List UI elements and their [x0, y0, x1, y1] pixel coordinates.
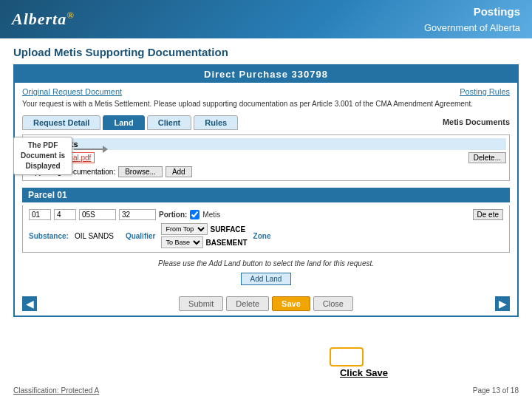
parcel-val4-input[interactable]: [119, 209, 156, 220]
prev-arrow[interactable]: ◀: [22, 296, 37, 311]
header-title: Postings Government of Alberta: [424, 4, 520, 35]
metis-badge: Metis: [202, 211, 220, 219]
footer: Classification: Protected A Page 13 of 1…: [13, 386, 519, 395]
tab-land[interactable]: Land: [103, 115, 144, 130]
original-request-link[interactable]: Original Request Document: [22, 87, 122, 96]
tab-rules[interactable]: Rules: [194, 115, 238, 130]
substance-label: Substance:: [29, 232, 69, 240]
save-highlight: [330, 347, 364, 366]
links-row: Original Request Document Posting Rules: [22, 87, 510, 96]
action-buttons: Submit Delete Save Close: [179, 296, 353, 311]
zone-label: Zone: [253, 232, 271, 240]
callout-arrow: [74, 149, 103, 150]
header-title-line1: Postings: [424, 4, 520, 21]
basement-value: BASEMENT: [205, 239, 247, 247]
parcel-content: Portion: Metis De ete Substance: OIL SAN…: [22, 205, 510, 253]
page-info: Page 13 of 18: [473, 386, 519, 395]
info-text: Your request is with a Metis Settlement.…: [22, 99, 510, 109]
tabs-row: Request Detail Land Client Rules Metis D…: [22, 115, 510, 130]
surface-value: SURFACE: [210, 225, 245, 233]
zone-rows: From Top SURFACE To Base BASEMENT: [161, 223, 247, 248]
click-save-text: Click: [340, 367, 366, 378]
header: Alberta® Postings Government of Alberta: [0, 0, 532, 38]
from-top-select[interactable]: From Top: [161, 223, 208, 235]
delete-attachment-button[interactable]: Delete...: [468, 152, 506, 163]
add-button[interactable]: Add: [166, 166, 192, 177]
parcel-header: Parcel 01: [22, 188, 510, 202]
direct-purchase-box: Direct Purchase 330798 Original Request …: [13, 64, 519, 317]
add-land-note: Please use the Add Land button to select…: [22, 259, 510, 267]
save-button[interactable]: Save: [272, 296, 310, 311]
parcel-row1: Portion: Metis De ete: [29, 209, 503, 220]
parcel-row2: Substance: OIL SANDS Qualifier From Top …: [29, 223, 503, 248]
click-save-annotation: Click Save: [340, 367, 388, 378]
zone-row-to: To Base BASEMENT: [161, 236, 247, 248]
logo-registered: ®: [66, 10, 75, 21]
delete-button[interactable]: Delete: [226, 296, 269, 311]
posting-rules-link[interactable]: Posting Rules: [460, 87, 510, 96]
metis-section: Attachments R330798 Initial.pdf Delete..…: [22, 134, 510, 181]
header-title-line2: Government of Alberta: [424, 21, 520, 35]
to-base-select[interactable]: To Base: [161, 236, 203, 248]
page-title: Upload Metis Supporting Documentation: [13, 46, 519, 58]
submit-button[interactable]: Submit: [179, 296, 223, 311]
portion-label: Portion:: [159, 211, 187, 219]
direct-purchase-header: Direct Purchase 330798: [15, 66, 517, 83]
dp-content: Original Request Document Posting Rules …: [15, 83, 517, 316]
click-save-bold: Save: [366, 367, 388, 378]
zone-row-from: From Top SURFACE: [161, 223, 247, 235]
parcel-val1-input[interactable]: [29, 209, 51, 220]
portion-checkbox[interactable]: [190, 210, 200, 219]
metis-documents-label: Metis Documents: [240, 115, 510, 130]
parcel-val3-input[interactable]: [79, 209, 116, 220]
callout-box: The PDF Document is Displayed: [13, 137, 72, 175]
qualifier-label: Qualifier: [126, 232, 156, 240]
tab-request-detail[interactable]: Request Detail: [22, 115, 100, 130]
supporting-row: Supporting Documentation: Browse... Add: [26, 166, 506, 177]
substance-value: OIL SANDS: [75, 232, 114, 240]
add-land-button[interactable]: Add Land: [241, 273, 292, 285]
attachments-container: Attachments R330798 Initial.pdf Delete..…: [22, 134, 510, 181]
parcel-delete-button[interactable]: De ete: [473, 209, 503, 220]
attachments-box: Attachments R330798 Initial.pdf Delete..…: [22, 134, 510, 181]
close-button[interactable]: Close: [313, 296, 353, 311]
alberta-logo: Alberta®: [12, 10, 75, 29]
bottom-nav: ◀ Submit Delete Save Close ▶: [22, 292, 510, 311]
main-content: Upload Metis Supporting Documentation Di…: [0, 38, 532, 324]
next-arrow[interactable]: ▶: [495, 296, 510, 311]
tab-client[interactable]: Client: [147, 115, 192, 130]
parcel-val2-input[interactable]: [54, 209, 76, 220]
classification-label: Classification: Protected A: [13, 386, 99, 395]
attachment-row: R330798 Initial.pdf Delete...: [26, 152, 506, 163]
browse-button[interactable]: Browse...: [118, 166, 163, 177]
